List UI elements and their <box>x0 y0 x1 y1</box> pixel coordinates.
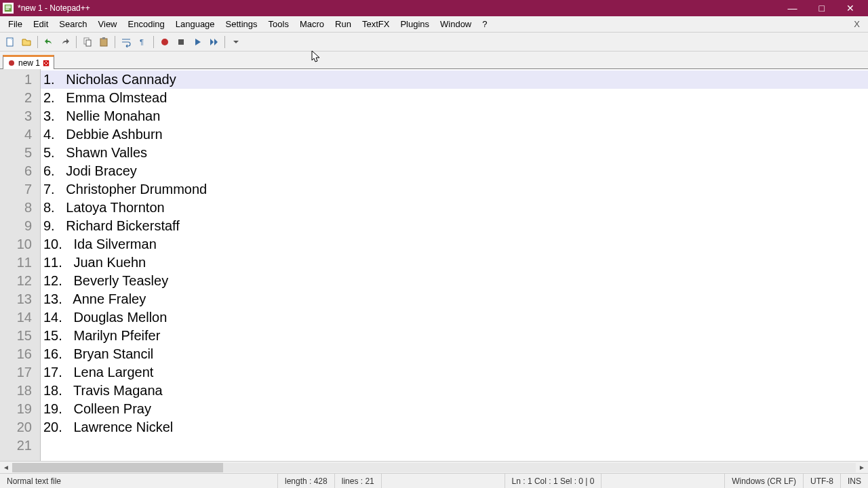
menu-language[interactable]: Language <box>170 18 220 30</box>
line-number: 17 <box>0 363 32 382</box>
wordwrap-button[interactable] <box>119 35 134 49</box>
close-button[interactable]: ✕ <box>841 3 860 14</box>
menu-settings[interactable]: Settings <box>220 18 263 30</box>
line-number: 21 <box>0 436 32 455</box>
line-number: 8 <box>0 199 32 217</box>
toolbar-separator <box>37 36 38 48</box>
svg-rect-3 <box>86 40 91 46</box>
text-line[interactable]: 13. Anne Fraley <box>41 290 868 308</box>
text-line[interactable]: 8. Latoya Thornton <box>41 199 868 217</box>
menu-help[interactable]: ? <box>477 18 492 30</box>
menu-file[interactable]: File <box>3 18 28 30</box>
line-number: 3 <box>0 107 32 125</box>
tab-new-1[interactable]: new 1 ⊠ <box>3 55 54 69</box>
line-number: 15 <box>0 327 32 345</box>
minimize-button[interactable]: — <box>783 3 803 14</box>
text-line[interactable]: 2. Emma Olmstead <box>41 89 868 107</box>
text-line[interactable]: 19. Colleen Pray <box>41 400 868 418</box>
window-title: *new 1 - Notepad++ <box>18 3 783 13</box>
undo-button[interactable] <box>41 35 56 49</box>
text-line[interactable]: 1. Nicholas Cannady <box>41 70 868 89</box>
paste-button[interactable] <box>96 35 111 49</box>
text-line[interactable]: 11. Juan Kuehn <box>41 253 868 272</box>
toolbar: ¶ <box>0 33 868 52</box>
line-number: 12 <box>0 272 32 290</box>
play-macro-button[interactable] <box>190 35 205 49</box>
text-line[interactable]: 7. Christopher Drummond <box>41 180 868 199</box>
menu-view[interactable]: View <box>93 18 123 30</box>
status-mode: INS <box>841 474 868 488</box>
text-content[interactable]: 1. Nicholas Cannady2. Emma Olmstead3. Ne… <box>41 69 868 461</box>
text-line[interactable] <box>41 436 868 455</box>
line-number: 13 <box>0 290 32 308</box>
scroll-track[interactable] <box>12 463 856 472</box>
svg-rect-4 <box>100 39 107 46</box>
new-file-button[interactable] <box>3 35 18 49</box>
svg-text:¶: ¶ <box>140 38 144 46</box>
status-encoding: UTF-8 <box>804 474 841 488</box>
status-length: length : 428 <box>278 474 335 488</box>
line-number: 4 <box>0 125 32 144</box>
window-titlebar: *new 1 - Notepad++ — □ ✕ <box>0 0 868 16</box>
line-number: 20 <box>0 418 32 436</box>
text-line[interactable]: 12. Beverly Teasley <box>41 272 868 290</box>
text-line[interactable]: 14. Douglas Mellon <box>41 308 868 327</box>
show-all-chars-button[interactable]: ¶ <box>135 35 150 49</box>
tab-close-button[interactable]: ⊠ <box>43 58 50 68</box>
menu-plugins[interactable]: Plugins <box>395 18 435 30</box>
line-number: 19 <box>0 400 32 418</box>
menu-edit[interactable]: Edit <box>28 18 54 30</box>
text-line[interactable]: 4. Debbie Ashburn <box>41 125 868 144</box>
stop-macro-button[interactable] <box>174 35 189 49</box>
text-line[interactable]: 18. Travis Magana <box>41 382 868 400</box>
line-number: 1 <box>0 70 32 89</box>
status-lines: lines : 21 <box>335 474 382 488</box>
line-number: 10 <box>0 235 32 253</box>
text-line[interactable]: 9. Richard Bickerstaff <box>41 217 868 235</box>
text-line[interactable]: 16. Bryan Stancil <box>41 345 868 363</box>
text-line[interactable]: 6. Jodi Bracey <box>41 162 868 180</box>
svg-rect-8 <box>178 39 184 45</box>
open-file-button[interactable] <box>19 35 34 49</box>
status-eol: Windows (CR LF) <box>725 474 804 488</box>
menu-textfx[interactable]: TextFX <box>357 18 395 30</box>
text-line[interactable]: 17. Lena Largent <box>41 363 868 382</box>
status-spacer <box>382 474 505 488</box>
tab-bar: new 1 ⊠ <box>0 52 868 69</box>
tab-label: new 1 <box>18 58 40 68</box>
menu-bar: File Edit Search View Encoding Language … <box>0 16 868 33</box>
text-line[interactable]: 10. Ida Silverman <box>41 235 868 253</box>
close-file-button[interactable]: X <box>848 19 865 29</box>
status-bar: Normal text file length : 428 lines : 21… <box>0 473 868 488</box>
menu-run[interactable]: Run <box>330 18 357 30</box>
line-number-gutter: 123456789101112131415161718192021 <box>0 69 41 461</box>
menu-window[interactable]: Window <box>435 18 477 30</box>
text-line[interactable]: 3. Nellie Monahan <box>41 107 868 125</box>
run-macro-multi-button[interactable] <box>206 35 221 49</box>
svg-rect-5 <box>102 37 105 39</box>
redo-button[interactable] <box>58 35 73 49</box>
maximize-button[interactable]: □ <box>814 3 830 14</box>
editor-area: 123456789101112131415161718192021 1. Nic… <box>0 69 868 473</box>
text-line[interactable]: 5. Shawn Valles <box>41 144 868 162</box>
scroll-left-button[interactable]: ◄ <box>0 462 12 473</box>
menu-search[interactable]: Search <box>54 18 92 30</box>
record-macro-button[interactable] <box>157 35 172 49</box>
line-number: 9 <box>0 217 32 235</box>
status-spacer <box>601 474 725 488</box>
text-line[interactable]: 20. Lawrence Nickel <box>41 418 868 436</box>
line-number: 16 <box>0 345 32 363</box>
menu-tools[interactable]: Tools <box>263 18 294 30</box>
app-icon <box>3 3 14 14</box>
menu-macro[interactable]: Macro <box>294 18 330 30</box>
text-line[interactable]: 15. Marilyn Pfeifer <box>41 327 868 345</box>
copy-button[interactable] <box>80 35 95 49</box>
horizontal-scrollbar[interactable]: ◄ ► <box>0 461 868 473</box>
toolbar-separator <box>76 36 77 48</box>
scroll-right-button[interactable]: ► <box>856 462 868 473</box>
scroll-thumb[interactable] <box>12 463 223 472</box>
line-number: 18 <box>0 382 32 400</box>
unsaved-indicator-icon <box>7 59 16 67</box>
toolbar-dropdown-button[interactable] <box>229 35 243 49</box>
menu-encoding[interactable]: Encoding <box>123 18 170 30</box>
